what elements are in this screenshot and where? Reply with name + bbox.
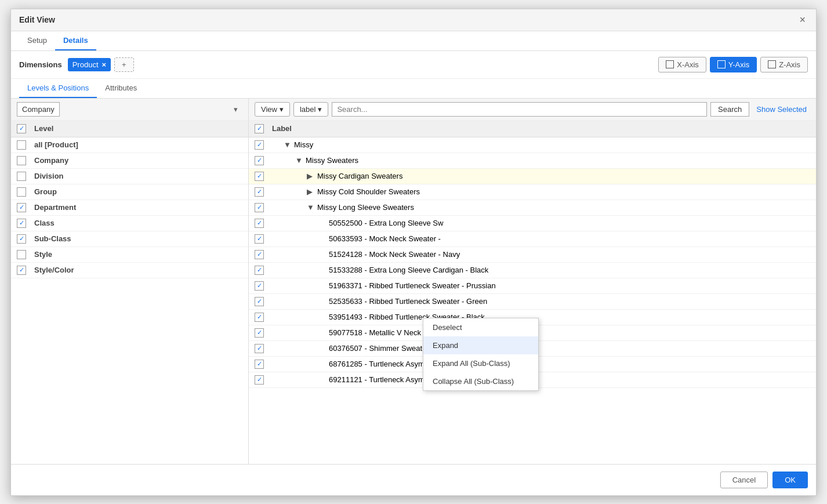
right-table-row: ▶ Missy Cold Shoulder Sweaters	[249, 184, 816, 200]
row-label: all [Product]	[34, 140, 242, 149]
select-all-checkbox[interactable]	[17, 124, 26, 133]
search-input[interactable]	[332, 102, 707, 117]
select-all-right-checkbox[interactable]	[255, 124, 264, 133]
right-row-check-col	[255, 313, 272, 322]
right-table-row: ▼ Missy Long Sleeve Sweaters	[249, 200, 816, 216]
row-label: Sub-Class	[34, 234, 242, 243]
right-row-checkbox[interactable]	[255, 375, 264, 385]
right-table-row: 52535633 - Ribbed Turtleneck Sweater - G…	[249, 294, 816, 310]
x-axis-icon	[666, 60, 674, 68]
right-row-label: 51963371 - Ribbed Turtleneck Sweater - P…	[329, 281, 496, 290]
row-checkbox[interactable]	[17, 250, 26, 259]
right-row-check-col	[255, 172, 272, 181]
header-check-col-right	[255, 124, 272, 133]
edit-view-dialog: Edit View × Setup Details Dimensions Pro…	[10, 9, 817, 496]
product-chip: Product ×	[68, 58, 111, 71]
right-row-checkbox[interactable]	[255, 140, 264, 150]
collapse-arrow[interactable]: ▼	[295, 156, 303, 165]
tab-details[interactable]: Details	[55, 31, 96, 50]
show-selected-button[interactable]: Show Selected	[753, 103, 810, 116]
tab-setup[interactable]: Setup	[19, 31, 55, 50]
header-check-col	[17, 124, 34, 133]
row-check-col	[17, 266, 34, 275]
right-row-checkbox[interactable]	[255, 250, 264, 259]
context-menu-item[interactable]: Expand All (Sub-Class)	[423, 354, 538, 372]
close-button[interactable]: ×	[797, 14, 808, 26]
right-row-label: Missy	[294, 140, 313, 149]
collapse-arrow[interactable]: ▼	[284, 140, 292, 149]
chip-label: Product	[72, 60, 99, 69]
context-menu-item[interactable]: Collapse All (Sub-Class)	[423, 372, 538, 390]
right-row-checkbox[interactable]	[255, 172, 264, 181]
right-row-checkbox[interactable]	[255, 266, 264, 275]
right-table-header: Label	[249, 121, 816, 137]
right-row-checkbox[interactable]	[255, 234, 264, 244]
row-checkbox[interactable]	[17, 234, 26, 244]
row-label: Division	[34, 172, 242, 180]
view-dropdown-icon: ▾	[280, 105, 284, 114]
right-row-check-col	[255, 156, 272, 165]
context-menu-item[interactable]: Expand	[423, 336, 538, 354]
ok-button[interactable]: OK	[772, 472, 808, 488]
row-label: Style	[34, 250, 242, 259]
right-row-checkbox[interactable]	[255, 281, 264, 291]
right-row-content: ▼ Missy Long Sleeve Sweaters	[272, 203, 810, 212]
right-row-checkbox[interactable]	[255, 203, 264, 212]
right-row-checkbox[interactable]	[255, 313, 264, 322]
right-row-checkbox[interactable]	[255, 219, 264, 228]
left-table-row: Group	[11, 184, 248, 200]
company-select[interactable]: Company	[17, 102, 60, 117]
right-row-checkbox[interactable]	[255, 156, 264, 165]
right-row-checkbox[interactable]	[255, 344, 264, 353]
row-label: Group	[34, 187, 242, 196]
right-row-checkbox[interactable]	[255, 328, 264, 338]
sub-tab-levels[interactable]: Levels & Positions	[19, 79, 97, 98]
z-axis-button[interactable]: Z-Axis	[760, 57, 808, 72]
row-checkbox[interactable]	[17, 219, 26, 228]
right-row-check-col	[255, 250, 272, 259]
add-dimension-button[interactable]: +	[114, 57, 134, 72]
dimensions-left: Dimensions Product × +	[19, 57, 134, 72]
field-button[interactable]: label ▾	[293, 102, 328, 117]
right-row-check-col	[255, 360, 272, 369]
row-check-col	[17, 219, 34, 228]
search-button[interactable]: Search	[710, 102, 749, 117]
right-row-check-col	[255, 281, 272, 291]
level-header: Level	[34, 124, 242, 133]
view-button[interactable]: View ▾	[255, 102, 290, 117]
right-row-check-col	[255, 328, 272, 338]
y-axis-button[interactable]: Y-Axis	[710, 57, 757, 72]
right-row-label: 51533288 - Extra Long Sleeve Cardigan - …	[329, 266, 488, 274]
right-row-checkbox[interactable]	[255, 360, 264, 369]
row-check-col	[17, 140, 34, 150]
right-row-content: ▶ Missy Cardigan Sweaters	[272, 172, 810, 180]
context-menu-item[interactable]: Deselect	[423, 318, 538, 336]
row-check-col	[17, 172, 34, 181]
expand-arrow[interactable]: ▶	[307, 172, 315, 180]
row-checkbox[interactable]	[17, 156, 26, 165]
x-axis-button[interactable]: X-Axis	[658, 57, 706, 72]
row-checkbox[interactable]	[17, 140, 26, 150]
row-label: Company	[34, 156, 242, 165]
company-select-wrapper: Company	[17, 102, 242, 117]
left-panel-header: Company	[11, 99, 248, 121]
right-table-row: 51533288 - Extra Long Sleeve Cardigan - …	[249, 263, 816, 278]
collapse-arrow[interactable]: ▼	[307, 203, 315, 212]
row-checkbox[interactable]	[17, 266, 26, 275]
right-row-checkbox[interactable]	[255, 297, 264, 306]
sub-tab-attributes[interactable]: Attributes	[97, 79, 145, 98]
right-row-content: 68761285 - Turtleneck Asymmetric Wool Sw…	[272, 360, 810, 368]
row-checkbox[interactable]	[17, 203, 26, 212]
row-checkbox[interactable]	[17, 187, 26, 197]
row-check-col	[17, 250, 34, 259]
row-checkbox[interactable]	[17, 172, 26, 181]
cancel-button[interactable]: Cancel	[720, 472, 768, 488]
right-row-checkbox[interactable]	[255, 187, 264, 197]
left-table-row: Style/Color	[11, 263, 248, 278]
right-row-content: 50633593 - Mock Neck Sweater -	[272, 234, 810, 243]
left-table-row: Class	[11, 216, 248, 231]
right-table-row: 50552500 - Extra Long Sleeve Sw	[249, 216, 816, 231]
dimensions-bar: Dimensions Product × + X-Axis Y-Axis Z-A…	[11, 51, 816, 79]
chip-close[interactable]: ×	[102, 60, 107, 69]
expand-arrow[interactable]: ▶	[307, 187, 315, 196]
